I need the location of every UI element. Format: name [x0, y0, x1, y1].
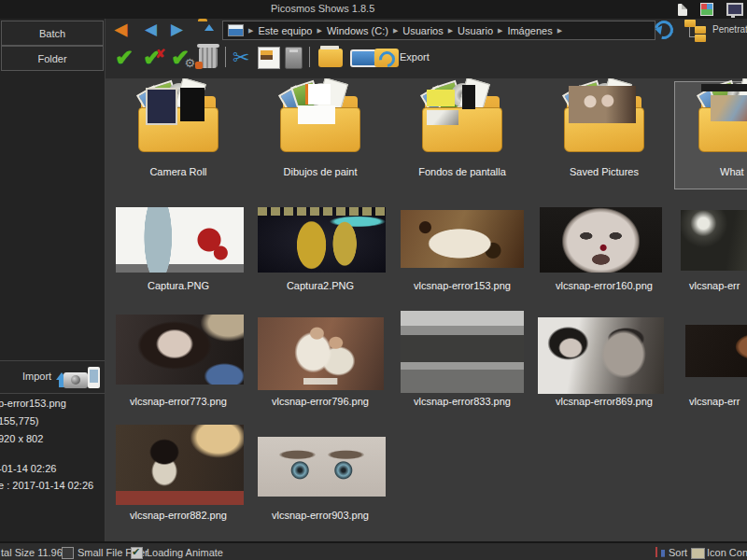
- sort-label[interactable]: Sort: [669, 547, 687, 558]
- file-icon[interactable]: [678, 4, 687, 16]
- file-info-date-created: -01-14 02:26: [0, 463, 103, 474]
- export-label[interactable]: Export: [400, 51, 430, 63]
- file-info-date-modified: e : 2017-01-14 02:26: [0, 480, 103, 491]
- invert-selection-button[interactable]: ✔✘: [143, 46, 162, 70]
- breadcrumb-item-usuario[interactable]: Usuario: [458, 25, 493, 36]
- folder-camera-roll[interactable]: [137, 83, 219, 154]
- chevron-right-icon: ▶: [317, 27, 322, 35]
- delete-button[interactable]: [199, 46, 218, 70]
- thumbnail-captura[interactable]: [116, 207, 244, 273]
- breadcrumb-item-imagenes[interactable]: Imágenes: [507, 25, 552, 36]
- nav-left-icon[interactable]: ◀: [145, 21, 157, 37]
- thumbnail-error160[interactable]: [540, 207, 662, 273]
- sidebar: Batch Folder Import p-error153.png 155,7…: [0, 19, 106, 541]
- sidebar-tab-batch[interactable]: Batch: [1, 21, 104, 46]
- image-label[interactable]: vlcsnap-error796.png: [249, 396, 391, 407]
- sidebar-tab-folder[interactable]: Folder: [1, 46, 104, 71]
- back-icon[interactable]: ◀: [115, 21, 127, 37]
- nav-right-icon[interactable]: ▶: [171, 21, 183, 37]
- thumbnail-error869[interactable]: [538, 317, 664, 394]
- chevron-right-icon: ▶: [557, 27, 562, 35]
- thumbnail-captura2[interactable]: [258, 207, 386, 273]
- penetrate-folder-label[interactable]: Penetrate Fo: [712, 24, 747, 35]
- folder-label[interactable]: Fondos de pantalla: [391, 166, 533, 177]
- thumbnail-error903[interactable]: [258, 437, 386, 497]
- select-all-button[interactable]: ✔: [115, 46, 134, 70]
- phone-icon: [88, 367, 100, 388]
- import-label: Import: [22, 371, 51, 382]
- paste-button[interactable]: [285, 46, 303, 70]
- icon-content-label[interactable]: Icon Conten: [707, 547, 747, 558]
- image-label[interactable]: Captura.PNG: [107, 280, 249, 291]
- thumbnail-error882[interactable]: [116, 425, 244, 505]
- chevron-right-icon: ▶: [448, 27, 453, 35]
- icon-content-icon[interactable]: [691, 548, 705, 559]
- file-info-size: 155,775): [0, 415, 103, 427]
- folder-label[interactable]: Camera Roll: [107, 166, 249, 177]
- toolbar-separator: [309, 47, 310, 67]
- breadcrumb-item-windows-c[interactable]: Windows (C:): [327, 25, 388, 36]
- folder-label[interactable]: Saved Pictures: [533, 166, 675, 177]
- import-button[interactable]: Import: [0, 360, 105, 394]
- breadcrumb[interactable]: ▶ Este equipo ▶ Windows (C:) ▶ Usuarios …: [222, 21, 655, 40]
- monitor-icon[interactable]: [726, 3, 743, 16]
- select-tools-button[interactable]: ✔⚙: [171, 46, 190, 70]
- folder-fondos-de-pantalla[interactable]: [421, 83, 503, 154]
- image-label[interactable]: vlcsnap-error833.png: [391, 396, 533, 407]
- thumbnail-error-clipped[interactable]: [681, 210, 747, 271]
- file-info-dimensions: 920 x 802: [0, 433, 103, 444]
- thumbnail-error773[interactable]: [116, 315, 244, 385]
- navigation-row: ◀ ◀ ▶ ▶ Este equipo ▶ Windows (C:) ▶ Usu…: [106, 19, 747, 42]
- thumbnail-error796[interactable]: [258, 317, 384, 390]
- file-info-name: p-error153.png: [0, 398, 103, 409]
- penetrate-folder-icon[interactable]: [684, 20, 711, 40]
- image-label[interactable]: vlcsnap-error903.png: [249, 510, 391, 521]
- window-title: Picosmos Shows 1.8.5: [271, 3, 374, 14]
- actions-row: ✔ ✔✘ ✔⚙ ✂ I Export: [106, 43, 747, 75]
- image-label[interactable]: Captura2.PNG: [249, 280, 391, 291]
- image-label[interactable]: vlcsnap-error869.png: [533, 396, 675, 407]
- toolbar: ◀ ◀ ▶ ▶ Este equipo ▶ Windows (C:) ▶ Usu…: [106, 19, 747, 81]
- chevron-right-icon: ▶: [248, 27, 253, 35]
- thumbnail-error833[interactable]: [401, 311, 524, 393]
- thumbnail-error-clipped[interactable]: [685, 325, 747, 377]
- image-label[interactable]: vlcsnap-error882.png: [107, 510, 249, 521]
- image-label[interactable]: vlcsnap-error153.png: [391, 280, 533, 291]
- chevron-right-icon: ▶: [393, 27, 398, 35]
- toolbar-separator: [225, 47, 226, 67]
- app-window: Picosmos Shows 1.8.5 Batch Folder Import…: [0, 0, 747, 560]
- loading-animate-checkbox[interactable]: [131, 547, 143, 559]
- picture-icon: [228, 24, 244, 36]
- image-label[interactable]: vlcsnap-error160.png: [533, 280, 675, 291]
- folder-dibujos-de-paint[interactable]: [279, 83, 361, 154]
- palette-icon[interactable]: [700, 3, 713, 16]
- status-bar: tal Size 11.96M Small File Filter Loadin…: [0, 541, 747, 560]
- file-grid: Camera Roll Dibujos de paint Fondos de p…: [106, 78, 747, 541]
- title-bar: Picosmos Shows 1.8.5: [0, 0, 747, 19]
- total-size-label: tal Size 11.96M: [1, 547, 71, 558]
- folder-saved-pictures[interactable]: [563, 83, 645, 154]
- folder-whatsapp[interactable]: [698, 83, 747, 154]
- image-label[interactable]: vlcsnap-err: [689, 280, 747, 291]
- cut-button[interactable]: ✂: [233, 46, 249, 70]
- new-folder-button[interactable]: [318, 46, 343, 70]
- chevron-right-icon: ▶: [498, 27, 502, 35]
- image-label[interactable]: vlcsnap-err: [689, 396, 747, 407]
- folder-label[interactable]: What: [720, 166, 747, 177]
- small-file-filter-checkbox[interactable]: [62, 547, 74, 559]
- copy-image-button[interactable]: [258, 46, 280, 70]
- image-label[interactable]: vlcsnap-error773.png: [107, 396, 249, 407]
- sort-icon[interactable]: [655, 547, 665, 557]
- breadcrumb-item-usuarios[interactable]: Usuarios: [402, 25, 443, 36]
- thumbnail-error153[interactable]: [401, 210, 524, 268]
- folder-label[interactable]: Dibujos de paint: [249, 166, 391, 177]
- loading-animate-label[interactable]: Loading Animate: [147, 547, 223, 558]
- breadcrumb-item-este-equipo[interactable]: Este equipo: [258, 25, 312, 36]
- export-button[interactable]: [374, 46, 399, 70]
- camera-icon: [63, 372, 88, 388]
